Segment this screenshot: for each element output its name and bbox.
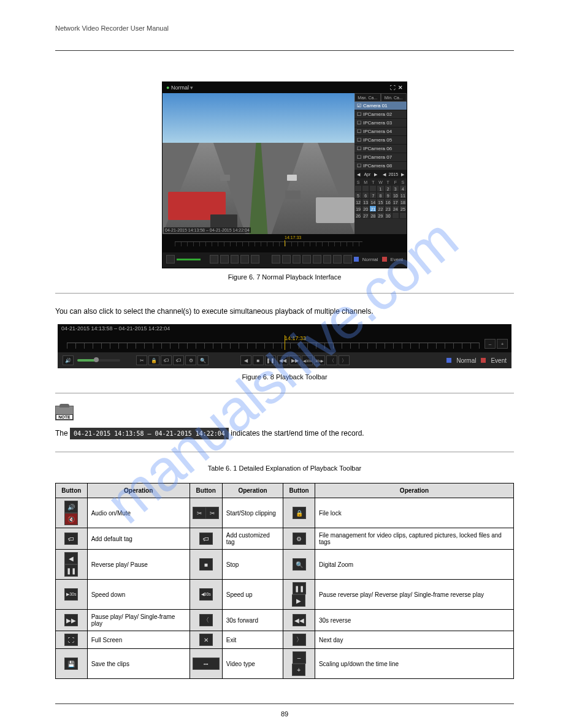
figure-caption: Figure 6. 8 Playback Toolbar <box>55 373 514 381</box>
camera-sidebar: Max. Ca... Min. Ca... ☑Camera 01 ☐IPCame… <box>354 93 407 234</box>
pause-icon[interactable]: ❚❚ <box>64 564 78 577</box>
gear-icon[interactable]: ⚙ <box>185 355 196 365</box>
figure-caption: Figure 6. 7 Normal Playback Interface <box>55 273 514 281</box>
audio-on-icon[interactable]: 🔊 <box>64 501 78 513</box>
camera-item[interactable]: ☐IPCamera 05 <box>354 136 407 145</box>
table-row: ◀❚❚ Reverse play/ Pause ■ Stop 🔍 Digital… <box>56 550 514 580</box>
note-text: The 04-21-2015 14:13:58 – 04-21-2015 14:… <box>55 428 514 439</box>
next-icon[interactable] <box>343 255 352 264</box>
divider <box>55 703 514 704</box>
body-text: You can also click to select the channel… <box>55 306 514 317</box>
camera-item[interactable]: ☐IPCamera 03 <box>354 119 407 127</box>
next-year-icon[interactable]: ▶ <box>398 172 407 177</box>
camera-item[interactable]: ☐IPCamera 08 <box>354 162 407 170</box>
camera-item[interactable]: ☐IPCamera 06 <box>354 145 407 153</box>
30s-fwd-icon[interactable]: 〈 <box>199 614 213 626</box>
mute-icon[interactable]: 🔇 <box>64 513 78 525</box>
timeline[interactable]: 14:17:33 – + <box>58 334 511 352</box>
custom-tag-icon[interactable]: 🏷 <box>199 533 213 545</box>
scissors-icon[interactable]: ✂ <box>136 355 147 365</box>
speed-down-icon[interactable]: ▶30s <box>64 588 78 601</box>
search-icon[interactable]: 🔍 <box>197 355 209 365</box>
digital-zoom-icon[interactable]: 🔍 <box>293 558 306 571</box>
camera-item[interactable]: ☐IPCamera 02 <box>354 110 407 119</box>
scale-down-icon[interactable]: – <box>293 651 306 664</box>
timeline[interactable]: 14:17:33 <box>163 234 407 252</box>
volume-slider[interactable] <box>77 359 120 362</box>
prev-icon[interactable] <box>333 255 342 264</box>
stop-icon[interactable]: ■ <box>199 558 213 571</box>
scale-up-icon[interactable]: + <box>292 664 305 676</box>
toolbar-table: ButtonOperation ButtonOperation ButtonOp… <box>55 483 514 679</box>
tab-min-camera[interactable]: Min. Ca... <box>381 93 407 102</box>
lock-icon[interactable]: 🔒 <box>293 507 306 519</box>
exit-icon[interactable]: ✕ <box>199 634 213 646</box>
clip-start-icon[interactable]: ✂ <box>193 507 206 519</box>
tag-icon[interactable]: 🏷 <box>161 355 172 365</box>
video-viewport[interactable]: 04-21-2015 14:13:58 – 04-21-2015 14:22:0… <box>163 93 354 234</box>
divider <box>55 50 514 51</box>
reverse-icon[interactable]: ◀ <box>240 355 251 365</box>
lock-icon[interactable] <box>220 255 229 264</box>
speedup-icon[interactable]: ▶▶ <box>289 355 301 365</box>
clip-icon[interactable] <box>210 255 218 264</box>
speed-up-icon[interactable]: ◀30s <box>199 588 213 601</box>
header-title: Network Video Recorder User Manual <box>55 25 514 32</box>
next-icon[interactable]: 〉 <box>339 355 350 365</box>
audio-icon[interactable]: 🔊 <box>63 355 74 365</box>
gear-icon[interactable] <box>240 255 249 264</box>
fwd30-icon[interactable] <box>323 255 332 264</box>
pause-icon[interactable] <box>293 255 301 264</box>
file-manage-icon[interactable]: ⚙ <box>293 533 306 545</box>
fullscreen-icon[interactable]: ⛶ <box>390 85 396 91</box>
prev-year-icon[interactable]: ◀ <box>380 172 389 177</box>
save-icon[interactable]: 💾 <box>64 658 78 670</box>
table-row: ⛶ Full Screen ✕ Exit 〉 Next day <box>56 631 514 649</box>
30s-rev-icon[interactable]: ◀◀ <box>293 614 306 626</box>
fullscreen-icon[interactable]: ⛶ <box>64 634 78 646</box>
clip-stop-icon[interactable]: ✂ <box>205 507 219 519</box>
table-caption: Table 6. 1 Detailed Explanation of Playb… <box>55 464 514 472</box>
zoom-icon[interactable] <box>251 255 259 264</box>
reverse-play-icon[interactable]: ◀ <box>64 552 78 564</box>
back30-icon[interactable] <box>313 255 321 264</box>
camera-item[interactable]: ☐IPCamera 07 <box>354 153 407 162</box>
playback-mode-label: ● Normal ▾ <box>166 85 193 91</box>
next-month-icon[interactable]: ▶ <box>372 172 380 177</box>
pause-rev-icon[interactable]: ❚❚ <box>293 582 306 594</box>
next-day-icon[interactable]: 〉 <box>293 634 306 646</box>
speeddown-icon[interactable]: ◀◀ <box>277 355 288 365</box>
tab-max-camera[interactable]: Max. Ca... <box>354 93 381 102</box>
back30-icon[interactable]: ◀30s <box>302 355 313 365</box>
video-timestamp: 04-21-2015 14:13:58 – 04-21-2015 14:22:0… <box>164 227 251 233</box>
playback-toolbar: Normal Event <box>163 252 407 266</box>
camera-item[interactable]: ☐IPCamera 04 <box>354 127 407 136</box>
audio-icon[interactable] <box>166 255 175 264</box>
play-icon[interactable]: ▶ <box>292 594 305 607</box>
table-row: ▶30s Speed down ◀30s Speed up ❚❚▶ Pause … <box>56 580 514 610</box>
fwd30-icon[interactable]: 30s▶ <box>314 355 325 365</box>
prev-month-icon[interactable]: ◀ <box>354 172 363 177</box>
play-icon[interactable] <box>302 255 311 264</box>
calendar-header: ◀ Apr ▶ ◀ 2015 ▶ <box>354 170 407 178</box>
default-tag-icon[interactable]: 🏷 <box>64 533 78 545</box>
divider <box>55 293 514 294</box>
table-row: 🏷 Add default tag 🏷 Add customized tag ⚙… <box>56 528 514 550</box>
video-type-icon[interactable]: ▪▪▪ <box>193 658 220 670</box>
stop-icon[interactable] <box>282 255 291 264</box>
tag-icon[interactable] <box>231 255 239 264</box>
note-icon <box>55 406 74 420</box>
stop-icon[interactable]: ■ <box>253 355 264 365</box>
prev-icon[interactable]: 〈 <box>326 355 337 365</box>
fast-fwd-icon[interactable]: ▶▶ <box>64 614 78 626</box>
reverse-icon[interactable] <box>272 255 280 264</box>
custom-tag-icon[interactable]: 🏷 <box>173 355 184 365</box>
zoom-in-icon[interactable]: + <box>497 339 508 349</box>
lock-icon[interactable]: 🔒 <box>148 355 159 365</box>
table-row: 🔊🔇 Audio on/Mute ✂✂ Start/Stop clipping … <box>56 498 514 528</box>
camera-list: ☑Camera 01 ☐IPCamera 02 ☐IPCamera 03 ☐IP… <box>354 102 407 170</box>
pause-icon[interactable]: ❚❚ <box>265 355 276 365</box>
zoom-out-icon[interactable]: – <box>484 339 496 349</box>
close-icon[interactable]: ✕ <box>398 85 403 91</box>
camera-item[interactable]: ☑Camera 01 <box>354 102 407 110</box>
